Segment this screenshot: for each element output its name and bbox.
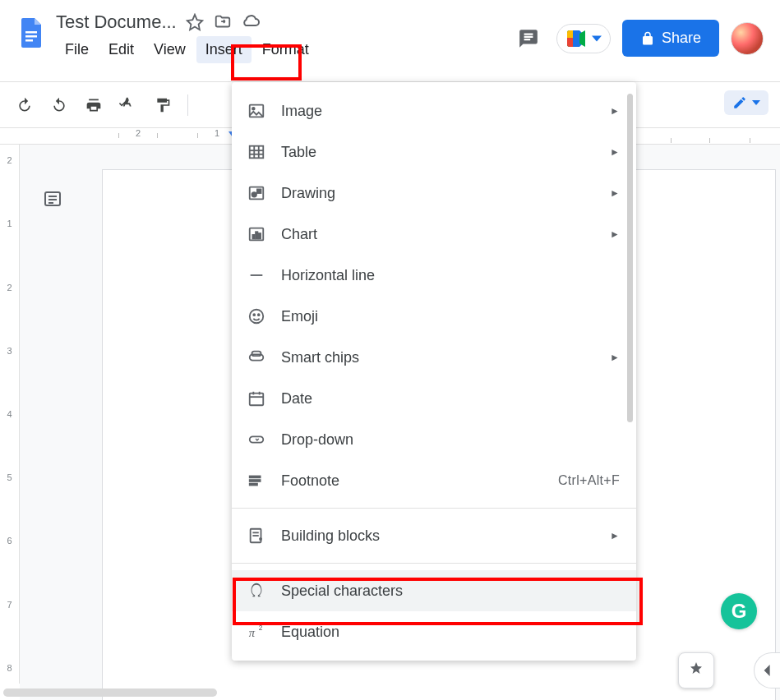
insert-equation[interactable]: π2Equation bbox=[232, 611, 636, 652]
svg-point-8 bbox=[252, 108, 255, 110]
ruler-tick: 2 bbox=[0, 271, 19, 303]
grammarly-button[interactable]: G bbox=[721, 593, 757, 629]
svg-rect-16 bbox=[257, 189, 261, 193]
ruler-tick bbox=[0, 494, 19, 526]
svg-rect-2 bbox=[25, 39, 33, 42]
insert-horizontal-line[interactable]: Horizontal line bbox=[232, 255, 636, 296]
menu-format[interactable]: Format bbox=[253, 36, 318, 63]
svg-rect-18 bbox=[252, 235, 254, 239]
document-title[interactable]: Test Docume... bbox=[56, 12, 177, 33]
table-icon bbox=[247, 142, 266, 162]
menu-edit[interactable]: Edit bbox=[99, 36, 143, 63]
svg-rect-20 bbox=[259, 233, 261, 238]
insert-date[interactable]: Date bbox=[232, 378, 636, 419]
chart-icon bbox=[247, 224, 266, 244]
account-avatar[interactable] bbox=[731, 22, 764, 55]
hr-icon bbox=[247, 265, 266, 285]
shortcut-label: Ctrl+Alt+F bbox=[558, 473, 620, 488]
submenu-arrow-icon: ► bbox=[610, 187, 620, 199]
svg-text:π: π bbox=[249, 626, 256, 639]
caret-down-icon bbox=[592, 34, 602, 44]
blocks-icon bbox=[247, 526, 266, 546]
cloud-status-icon[interactable] bbox=[241, 12, 261, 32]
ruler-tick: 6 bbox=[0, 525, 19, 557]
svg-rect-1 bbox=[25, 35, 37, 38]
insert-image[interactable]: Image► bbox=[232, 90, 636, 131]
meet-button[interactable] bbox=[556, 24, 611, 53]
menu-view[interactable]: View bbox=[145, 36, 195, 63]
comments-history-icon[interactable] bbox=[512, 22, 545, 55]
ruler-tick bbox=[0, 430, 19, 462]
paint-format-button[interactable] bbox=[150, 92, 176, 118]
ruler-tick: 1 bbox=[0, 208, 19, 240]
explore-button[interactable] bbox=[678, 652, 714, 688]
undo-button[interactable] bbox=[12, 92, 38, 118]
insert-smart-chips[interactable]: Smart chips► bbox=[232, 337, 636, 378]
svg-rect-27 bbox=[250, 394, 264, 406]
toolbar-separator bbox=[187, 94, 188, 116]
caret-down-icon bbox=[752, 100, 760, 105]
menu-item-label: Chart bbox=[281, 226, 610, 243]
menu-bar: File Edit View Insert Format bbox=[56, 36, 512, 63]
move-icon[interactable] bbox=[213, 12, 233, 32]
docs-logo[interactable] bbox=[15, 16, 48, 49]
insert-chart[interactable]: Chart► bbox=[232, 214, 636, 255]
spellcheck-button[interactable] bbox=[115, 92, 141, 118]
menu-file[interactable]: File bbox=[56, 36, 98, 63]
menu-item-label: Image bbox=[281, 103, 610, 120]
header-right: Share bbox=[512, 7, 770, 57]
menu-item-label: Drawing bbox=[281, 185, 610, 202]
menu-item-label: Smart chips bbox=[281, 349, 610, 366]
submenu-arrow-icon: ► bbox=[610, 105, 620, 117]
image-icon bbox=[247, 101, 266, 121]
ruler-tick bbox=[0, 620, 19, 652]
print-button[interactable] bbox=[81, 92, 107, 118]
svg-point-24 bbox=[258, 314, 260, 315]
chip-icon bbox=[247, 348, 266, 367]
ruler-tick: 4 bbox=[0, 398, 19, 431]
menu-insert[interactable]: Insert bbox=[196, 36, 252, 63]
redo-button[interactable] bbox=[46, 92, 72, 118]
insert-drop-down[interactable]: Drop-down bbox=[232, 419, 636, 460]
menu-separator bbox=[232, 508, 636, 509]
submenu-arrow-icon: ► bbox=[610, 146, 620, 158]
insert-drawing[interactable]: Drawing► bbox=[232, 173, 636, 214]
ruler-tick bbox=[0, 366, 19, 398]
share-label: Share bbox=[662, 30, 701, 47]
ruler-tick bbox=[0, 177, 19, 209]
editing-mode-button[interactable] bbox=[724, 90, 768, 115]
svg-point-23 bbox=[253, 314, 255, 315]
insert-special-characters[interactable]: Special characters bbox=[232, 570, 636, 611]
ruler-tick bbox=[0, 240, 19, 272]
svg-point-15 bbox=[252, 192, 257, 197]
drawing-icon bbox=[247, 183, 266, 203]
outline-toggle-button[interactable] bbox=[36, 182, 69, 215]
emoji-icon bbox=[247, 306, 266, 326]
date-icon bbox=[247, 389, 266, 408]
app-header: Test Docume... File Edit View Insert For… bbox=[0, 0, 780, 82]
menu-item-label: Footnote bbox=[281, 472, 558, 490]
footnote-icon bbox=[247, 471, 266, 490]
svg-rect-34 bbox=[250, 484, 257, 486]
insert-emoji[interactable]: Emoji bbox=[232, 296, 636, 337]
ruler-tick bbox=[0, 303, 19, 335]
title-area: Test Docume... File Edit View Insert For… bbox=[56, 7, 512, 63]
horizontal-scrollbar[interactable] bbox=[3, 688, 217, 697]
svg-point-22 bbox=[250, 310, 264, 324]
submenu-arrow-icon: ► bbox=[610, 352, 620, 363]
menu-item-label: Date bbox=[281, 390, 620, 408]
insert-footnote[interactable]: FootnoteCtrl+Alt+F bbox=[232, 460, 636, 501]
ruler-tick: 3 bbox=[0, 335, 19, 367]
menu-item-label: Equation bbox=[281, 624, 620, 641]
dropdown-icon bbox=[247, 430, 266, 449]
share-button[interactable]: Share bbox=[622, 20, 719, 57]
omega-icon bbox=[247, 581, 266, 601]
submenu-arrow-icon: ► bbox=[610, 530, 620, 541]
vertical-ruler[interactable]: 212345678 bbox=[0, 145, 20, 684]
insert-building-blocks[interactable]: Building blocks► bbox=[232, 515, 636, 556]
insert-table[interactable]: Table► bbox=[232, 131, 636, 173]
svg-rect-26 bbox=[252, 352, 261, 357]
menu-item-label: Building blocks bbox=[281, 527, 610, 545]
menu-item-label: Horizontal line bbox=[281, 267, 620, 284]
star-icon[interactable] bbox=[185, 12, 205, 32]
